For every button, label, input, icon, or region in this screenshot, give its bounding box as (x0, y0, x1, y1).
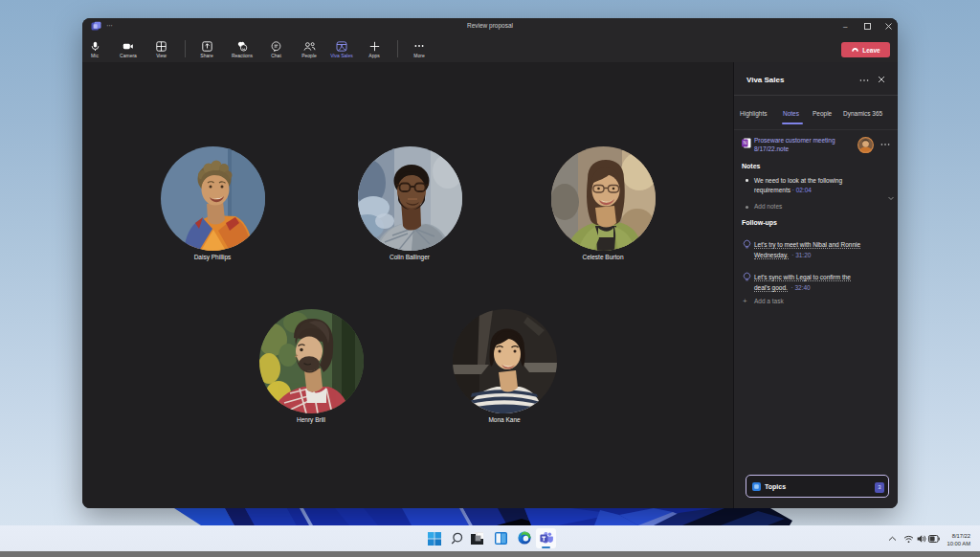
svg-text:N: N (743, 140, 746, 145)
